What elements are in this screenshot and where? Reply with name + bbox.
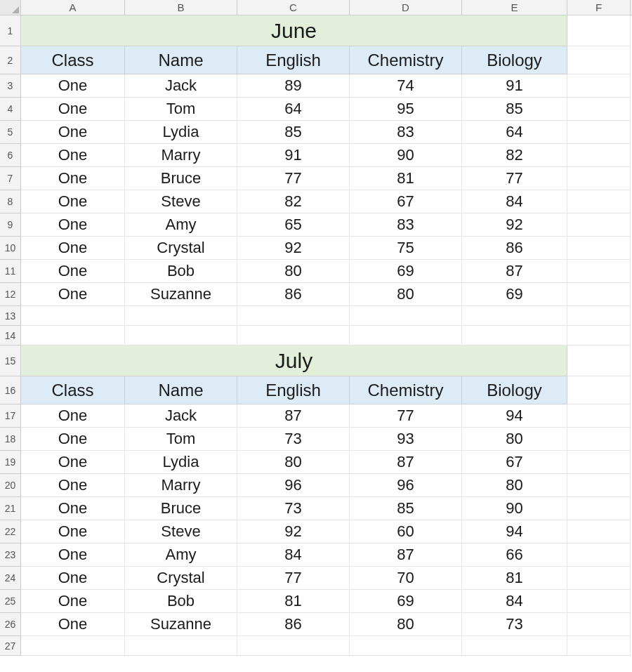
cell[interactable]: 77 (350, 404, 462, 428)
cell[interactable]: One (21, 98, 125, 121)
cell[interactable]: 91 (237, 144, 350, 167)
row-header-26[interactable]: 26 (0, 613, 21, 636)
cell[interactable]: 82 (462, 144, 567, 167)
cell[interactable] (567, 590, 631, 613)
cell[interactable]: One (21, 121, 125, 144)
cell[interactable] (21, 636, 125, 656)
july-title[interactable]: July (21, 345, 567, 376)
row-header-19[interactable]: 19 (0, 451, 21, 474)
spreadsheet[interactable]: A B C D E F 1 June 2 Class Name English … (0, 0, 632, 672)
header-name[interactable]: Name (125, 376, 237, 404)
row-header-24[interactable]: 24 (0, 567, 21, 590)
cell[interactable] (567, 376, 631, 404)
cell[interactable]: Crystal (125, 567, 237, 590)
row-header-10[interactable]: 10 (0, 237, 21, 260)
cell[interactable] (21, 306, 125, 326)
cell[interactable]: One (21, 613, 125, 636)
cell[interactable]: 85 (237, 121, 350, 144)
cell[interactable] (462, 306, 567, 326)
cell[interactable]: Marry (125, 144, 237, 167)
cell[interactable]: 93 (350, 428, 462, 451)
row-header-8[interactable]: 8 (0, 190, 21, 213)
cell[interactable] (237, 636, 350, 656)
cell[interactable] (567, 15, 631, 46)
cell[interactable]: 73 (462, 613, 567, 636)
row-header-1[interactable]: 1 (0, 15, 21, 46)
cell[interactable]: Lydia (125, 451, 237, 474)
row-header-12[interactable]: 12 (0, 283, 21, 306)
row-header-18[interactable]: 18 (0, 428, 21, 451)
cell[interactable]: 69 (350, 260, 462, 283)
cell[interactable]: One (21, 520, 125, 543)
cell[interactable]: One (21, 428, 125, 451)
cell[interactable]: One (21, 213, 125, 237)
cell[interactable]: 80 (350, 283, 462, 306)
cell[interactable] (567, 326, 631, 345)
cell[interactable]: Bob (125, 590, 237, 613)
cell[interactable]: 84 (237, 543, 350, 567)
cell[interactable] (567, 428, 631, 451)
header-class[interactable]: Class (21, 46, 125, 74)
cell[interactable]: One (21, 543, 125, 567)
cell[interactable]: 74 (350, 74, 462, 98)
cell[interactable] (21, 326, 125, 345)
cell[interactable]: Marry (125, 474, 237, 497)
cell[interactable]: One (21, 237, 125, 260)
cell[interactable]: 84 (462, 590, 567, 613)
cell[interactable]: 87 (462, 260, 567, 283)
cell[interactable]: One (21, 451, 125, 474)
cell[interactable] (567, 121, 631, 144)
cell[interactable]: One (21, 404, 125, 428)
cell[interactable]: 73 (237, 428, 350, 451)
cell[interactable]: 69 (462, 283, 567, 306)
row-header-4[interactable]: 4 (0, 98, 21, 121)
cell[interactable] (567, 474, 631, 497)
col-header-C[interactable]: C (237, 0, 350, 15)
row-header-5[interactable]: 5 (0, 121, 21, 144)
header-name[interactable]: Name (125, 46, 237, 74)
cell[interactable] (125, 636, 237, 656)
cell[interactable]: 94 (462, 404, 567, 428)
cell[interactable]: One (21, 167, 125, 190)
cell[interactable]: 87 (350, 451, 462, 474)
cell[interactable] (567, 520, 631, 543)
header-english[interactable]: English (237, 376, 350, 404)
cell[interactable]: 86 (237, 613, 350, 636)
cell[interactable]: 92 (237, 237, 350, 260)
row-header-27[interactable]: 27 (0, 636, 21, 656)
cell[interactable] (567, 497, 631, 520)
cell[interactable] (567, 260, 631, 283)
cell[interactable]: 69 (350, 590, 462, 613)
header-chemistry[interactable]: Chemistry (350, 46, 462, 74)
cell[interactable]: 64 (462, 121, 567, 144)
row-header-7[interactable]: 7 (0, 167, 21, 190)
cell[interactable] (462, 636, 567, 656)
cell[interactable] (125, 326, 237, 345)
cell[interactable] (567, 613, 631, 636)
cell[interactable]: 83 (350, 213, 462, 237)
cell[interactable]: 81 (237, 590, 350, 613)
cell[interactable]: Bruce (125, 497, 237, 520)
cell[interactable]: One (21, 497, 125, 520)
cell[interactable] (237, 326, 350, 345)
cell[interactable]: 84 (462, 190, 567, 213)
cell[interactable]: One (21, 144, 125, 167)
cell[interactable]: 87 (237, 404, 350, 428)
cell[interactable]: 67 (462, 451, 567, 474)
cell[interactable]: 77 (237, 567, 350, 590)
row-header-2[interactable]: 2 (0, 46, 21, 74)
cell[interactable]: 64 (237, 98, 350, 121)
cell[interactable]: Crystal (125, 237, 237, 260)
cell[interactable]: 73 (237, 497, 350, 520)
cell[interactable] (567, 144, 631, 167)
cell[interactable]: 80 (350, 613, 462, 636)
cell[interactable] (567, 46, 631, 74)
cell[interactable] (350, 636, 462, 656)
col-header-A[interactable]: A (21, 0, 125, 15)
cell[interactable]: 95 (350, 98, 462, 121)
row-header-15[interactable]: 15 (0, 345, 21, 376)
cell[interactable]: 85 (350, 497, 462, 520)
cell[interactable]: 87 (350, 543, 462, 567)
cell[interactable] (567, 74, 631, 98)
cell[interactable] (567, 283, 631, 306)
